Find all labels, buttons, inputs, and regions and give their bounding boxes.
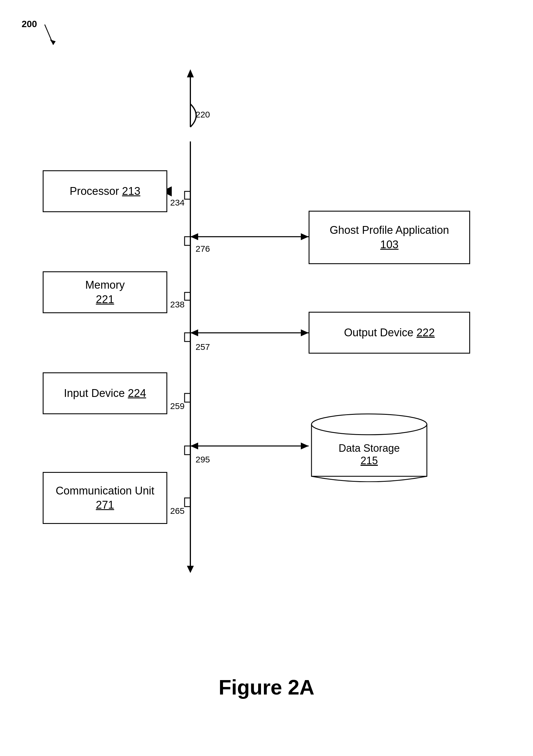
svg-marker-5 (187, 566, 194, 573)
comm-unit-box: Communication Unit271 (43, 472, 167, 524)
ghost-app-label: Ghost Profile Application103 (330, 223, 449, 252)
label-257: 257 (195, 342, 210, 352)
label-234: 234 (170, 198, 185, 207)
output-device-box: Output Device 222 (309, 312, 470, 354)
input-device-label: Input Device 224 (64, 386, 146, 400)
comm-unit-label: Communication Unit271 (56, 484, 154, 512)
data-storage-container: Data Storage 215 (309, 413, 430, 482)
svg-marker-14 (301, 329, 309, 336)
processor-box: Processor 213 (43, 170, 167, 212)
label-265: 265 (170, 506, 185, 516)
memory-label: Memory221 (85, 278, 125, 307)
svg-point-26 (312, 414, 427, 435)
label-220: 220 (195, 110, 210, 120)
svg-text:215: 215 (361, 455, 378, 467)
input-device-box: Input Device 224 (43, 372, 167, 414)
svg-marker-21 (190, 443, 198, 449)
figure-label: Figure 2A (218, 675, 315, 699)
label-295: 295 (195, 455, 210, 465)
diagram-number: 200 (22, 19, 37, 29)
svg-marker-1 (50, 40, 56, 45)
svg-line-0 (45, 25, 53, 45)
output-device-label: Output Device 222 (344, 326, 435, 340)
label-238: 238 (170, 300, 185, 310)
label-259: 259 (170, 401, 185, 411)
label-276: 276 (195, 244, 210, 254)
ghost-app-box: Ghost Profile Application103 (309, 211, 470, 264)
svg-marker-15 (190, 329, 198, 336)
svg-marker-8 (301, 233, 309, 240)
processor-label: Processor 213 (69, 184, 140, 198)
memory-box: Memory221 (43, 271, 167, 313)
svg-marker-9 (190, 233, 198, 240)
svg-text:Data Storage: Data Storage (339, 442, 400, 454)
svg-marker-20 (301, 443, 309, 449)
svg-marker-3 (187, 69, 194, 77)
